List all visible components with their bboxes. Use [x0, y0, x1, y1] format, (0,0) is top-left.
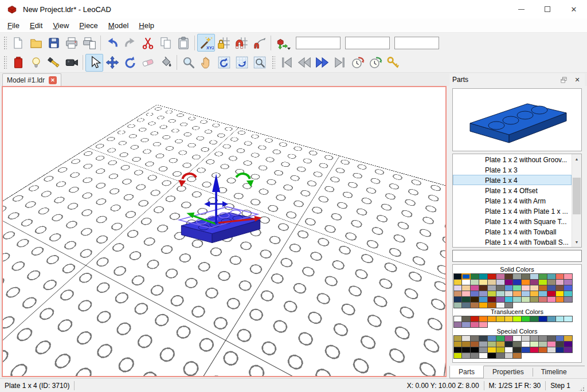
color-swatch[interactable]	[538, 347, 547, 353]
color-swatch[interactable]	[547, 316, 556, 322]
color-swatch[interactable]	[555, 347, 565, 353]
color-swatch[interactable]	[555, 296, 565, 303]
snap-angle-button[interactable]	[251, 34, 268, 52]
menu-edit[interactable]: Edit	[25, 19, 48, 32]
scroll-up-arrow[interactable]: ▲	[572, 154, 581, 164]
color-swatch[interactable]	[461, 322, 471, 328]
color-swatch[interactable]	[512, 296, 522, 303]
roll-button[interactable]	[233, 54, 251, 72]
move-button[interactable]	[103, 54, 121, 72]
select-button[interactable]	[85, 54, 103, 72]
insert-step-before-button[interactable]	[349, 54, 366, 72]
print-preview-button[interactable]	[80, 34, 98, 52]
color-swatch[interactable]	[461, 273, 471, 280]
menu-piece[interactable]: Piece	[74, 19, 103, 32]
color-swatch[interactable]	[563, 296, 573, 303]
color-swatch[interactable]	[453, 302, 463, 308]
color-swatch[interactable]	[563, 347, 573, 353]
color-swatch[interactable]	[479, 352, 488, 359]
tab-close-button[interactable]: ✕	[49, 76, 57, 84]
snap-grid-button[interactable]	[233, 34, 251, 52]
zoom-region-button[interactable]	[251, 54, 268, 72]
color-swatch[interactable]	[479, 302, 488, 308]
open-button[interactable]	[27, 34, 45, 52]
color-swatch[interactable]	[453, 352, 463, 359]
color-swatch[interactable]	[504, 302, 514, 308]
color-swatch[interactable]	[504, 316, 514, 322]
menu-model[interactable]: Model	[103, 19, 134, 32]
transform-x-input[interactable]	[296, 37, 341, 49]
parts-list-item[interactable]: Plate 1 x 4 with Square T...	[453, 216, 572, 226]
menu-help[interactable]: Help	[134, 19, 159, 32]
save-button[interactable]	[45, 34, 62, 52]
cut-button[interactable]	[139, 34, 156, 52]
menu-file[interactable]: File	[2, 19, 25, 32]
parts-list-item[interactable]: Plate 1 x 4 with Towball	[453, 226, 572, 237]
scroll-down-arrow[interactable]: ▼	[572, 237, 581, 247]
minimize-button[interactable]	[508, 0, 534, 18]
model-tab[interactable]: Model #1.ldr✕	[2, 73, 61, 86]
parts-list-item[interactable]: Plate 1 x 2 without Groov...	[453, 154, 572, 164]
gizmo-rotate-y-handle[interactable]	[236, 174, 254, 187]
redo-button[interactable]	[121, 34, 139, 52]
part-preview[interactable]	[452, 88, 582, 151]
dock-tab-timeline[interactable]: Timeline	[533, 366, 576, 378]
transform-y-input[interactable]	[345, 37, 390, 49]
toolbar-handle[interactable]	[272, 56, 275, 69]
color-swatch[interactable]	[453, 322, 463, 328]
float-panel-button[interactable]	[559, 75, 568, 84]
zoom-button[interactable]	[179, 54, 197, 72]
move-piece-button[interactable]	[273, 34, 291, 52]
camera-button[interactable]	[62, 54, 80, 72]
color-swatch[interactable]	[521, 347, 530, 353]
color-swatch[interactable]	[470, 302, 479, 308]
parts-list-item[interactable]: Plate 1 x 4 with Plate 1 x ...	[453, 206, 572, 216]
dock-tab-parts[interactable]: Parts	[449, 366, 484, 378]
color-swatch[interactable]	[555, 316, 565, 322]
toolbar-handle[interactable]	[3, 56, 7, 69]
copy-button[interactable]	[156, 34, 174, 52]
rotate-view-button[interactable]	[215, 54, 233, 72]
color-swatch[interactable]	[496, 352, 505, 359]
spotlight-button[interactable]	[45, 54, 62, 72]
color-swatch[interactable]	[487, 316, 496, 322]
color-swatch[interactable]	[521, 296, 530, 303]
previous-step-button[interactable]	[295, 54, 313, 72]
color-swatch[interactable]	[530, 296, 539, 303]
parts-list-scrollbar[interactable]: ▲ ▼	[572, 154, 581, 247]
paint-button[interactable]	[156, 54, 174, 72]
scroll-thumb[interactable]	[573, 178, 581, 214]
rotate-button[interactable]	[121, 54, 139, 72]
color-swatch[interactable]	[479, 322, 488, 328]
parts-filter-input[interactable]	[452, 250, 582, 262]
parts-list-item[interactable]: Plate 1 x 3	[453, 164, 572, 175]
color-swatch[interactable]	[512, 316, 522, 322]
delete-button[interactable]	[139, 54, 156, 72]
light-button[interactable]	[27, 54, 45, 72]
viewport-3d[interactable]	[2, 86, 447, 377]
insert-piece-button[interactable]	[9, 54, 27, 72]
first-step-button[interactable]	[277, 54, 295, 72]
color-swatch[interactable]	[504, 352, 514, 359]
transform-z-input[interactable]	[394, 37, 439, 49]
next-step-button[interactable]	[313, 54, 331, 72]
gizmo-rotate-x-handle[interactable]	[178, 174, 196, 187]
color-swatch[interactable]	[470, 352, 479, 359]
paste-button[interactable]	[174, 34, 192, 52]
close-button[interactable]: ✕	[561, 0, 587, 18]
new-button[interactable]	[9, 34, 27, 52]
maximize-button[interactable]	[534, 0, 561, 18]
parts-list-item[interactable]: Plate 1 x 4	[453, 175, 572, 185]
parts-list-item[interactable]: Plate 1 x 4 Offset	[453, 185, 572, 195]
color-swatch[interactable]	[547, 296, 556, 303]
snap-move-button[interactable]	[215, 34, 233, 52]
color-swatch[interactable]	[496, 302, 505, 308]
color-swatch[interactable]	[547, 347, 556, 353]
lock-button[interactable]	[384, 54, 402, 72]
color-swatch[interactable]	[461, 302, 471, 308]
parts-list-item[interactable]: Plate 1 x 4 with Towball S...	[453, 237, 572, 247]
dock-tab-properties[interactable]: Properties	[484, 366, 533, 378]
color-swatch[interactable]	[563, 316, 573, 322]
menu-view[interactable]: View	[48, 19, 74, 32]
color-swatch[interactable]	[461, 352, 471, 359]
